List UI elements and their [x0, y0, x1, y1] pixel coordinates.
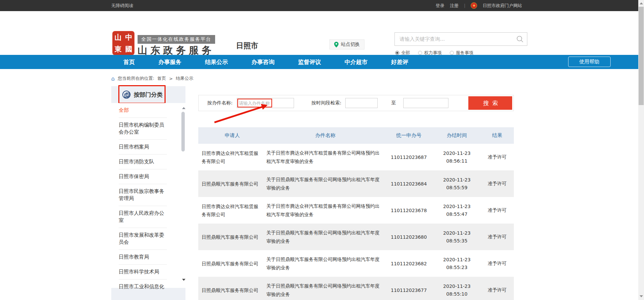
seal-char: 山: [113, 31, 123, 43]
nav-item[interactable]: 办事服务: [158, 55, 181, 69]
nav-item[interactable]: 好差评: [391, 55, 408, 69]
page: 无障碍阅读 登录 注册 | ★ 日照市政府门户网站 山 中 東 國 全国一体化在…: [0, 0, 644, 300]
cell-result: 准予许可: [480, 261, 514, 267]
help-button[interactable]: 使用帮助: [568, 57, 611, 67]
scrollbar-up-icon[interactable]: [640, 2, 643, 4]
cell-applicant: 日照市腾达众祥汽车租赁服务有限公司: [198, 149, 266, 165]
accessibility-link[interactable]: 无障碍阅读: [111, 0, 133, 11]
sidebar-title-label: 按部门分类: [134, 91, 163, 99]
sidebar-item-label: 日照市档案局: [119, 144, 149, 150]
breadcrumb: ⌂ 您当前所在的位置: 首页 > 结果公示: [111, 75, 193, 81]
cell-result: 准予许可: [480, 234, 514, 240]
table-row[interactable]: 日照鼎顺汽车服务有限公司 关于日照鼎顺汽车服务有限公司网络预约出租汽车年度审验的…: [198, 277, 514, 300]
sidebar-item-label: 日照市科学技术局: [119, 269, 159, 275]
sidebar-item-label: 全部: [119, 107, 129, 113]
cell-finish-date-line: 2020-11-23: [433, 256, 480, 264]
cell-finish-time-line: 08:55:35: [433, 237, 480, 245]
table-body: 日照市腾达众祥汽车租赁服务有限公司 关于日照市腾达众祥汽车租赁服务有限公司网络预…: [198, 144, 514, 300]
cell-item-name: 关于日照鼎顺汽车服务有限公司网络预约出租汽车年度审验的业务: [266, 282, 384, 299]
search-icon[interactable]: [516, 35, 524, 43]
home-icon: ⌂: [111, 76, 115, 81]
cell-applicant: 日照鼎顺汽车服务有限公司: [198, 233, 266, 241]
cell-application-id: 110112023677: [384, 288, 433, 293]
cell-finish-time-line: 08:55:47: [433, 210, 480, 218]
sidebar-title[interactable]: 按部门分类: [111, 86, 185, 103]
sidebar-item-department[interactable]: 日照市消防支队: [119, 155, 167, 169]
nav-item[interactable]: 首页: [123, 55, 135, 69]
table-row[interactable]: 日照鼎顺汽车服务有限公司 关于日照鼎顺汽车服务有限公司网络预约出租汽车年度审验的…: [198, 170, 514, 197]
cell-finish-time: 2020-11-23 08:56:11: [433, 149, 480, 165]
sidebar-item-department[interactable]: 日照市保密局: [119, 169, 167, 184]
to-label: 至: [391, 100, 396, 106]
scrollbar-thumb[interactable]: [639, 7, 644, 105]
site-switch-label: 站点切换: [341, 41, 360, 47]
nav-item[interactable]: 办事咨询: [252, 55, 274, 69]
scrollbar-down-icon[interactable]: [640, 295, 643, 297]
breadcrumb-separator: >: [169, 76, 173, 81]
login-link[interactable]: 登录: [436, 3, 444, 9]
sidebar-item-department[interactable]: 日照市机构编制委员会办公室: [119, 118, 167, 140]
cell-application-id: 110112023687: [384, 155, 433, 160]
department-category-icon: [122, 91, 130, 99]
sidebar-item-department[interactable]: 日照市人民政府办公室: [119, 206, 167, 228]
sidebar-item-label: 日照市机构编制委员会办公室: [119, 122, 164, 135]
table-header-row: 申请人 办件名称 统一申办号 办结时间 结果: [198, 127, 514, 144]
table-row[interactable]: 日照鼎顺汽车服务有限公司 关于日照鼎顺汽车服务有限公司网络预约出租汽车年度审验的…: [198, 224, 514, 250]
portal-link[interactable]: 日照市政府门户网站: [482, 3, 522, 9]
site-switch-button[interactable]: 站点切换: [329, 39, 364, 49]
sidebar-item-department[interactable]: 日照市教育局: [119, 250, 167, 265]
cell-applicant: 日照市腾达众祥汽车租赁服务有限公司: [198, 202, 266, 219]
sidebar-item-department[interactable]: 日照市发展和改革委员会: [119, 228, 167, 250]
table-header-cell: 结果: [480, 132, 514, 139]
table-header-cell: 统一申办号: [384, 132, 433, 139]
nav-item[interactable]: 中介超市: [345, 55, 368, 69]
date-to-input[interactable]: [403, 98, 448, 108]
keyword-search-input[interactable]: [395, 36, 516, 42]
table-row[interactable]: 日照市腾达众祥汽车租赁服务有限公司 关于日照市腾达众祥汽车租赁服务有限公司网络预…: [198, 144, 514, 170]
breadcrumb-prefix: 您当前所在的位置:: [118, 75, 154, 81]
nav-item[interactable]: 监督评议: [298, 55, 321, 69]
cell-result: 准予许可: [480, 181, 514, 187]
department-list: 全部 日照市机构编制委员会办公室 日照市档案局 日照市消防支队: [111, 103, 185, 288]
sidebar-scrollbar-thumb[interactable]: [181, 112, 185, 152]
main-nav: 首页 办事服务 结果公示 办事咨询 监督评议 中介超市 好差评 使用帮助: [0, 55, 638, 69]
cell-finish-time: 2020-11-23 08:55:23: [433, 256, 480, 271]
nav-item[interactable]: 结果公示: [205, 55, 228, 69]
cell-result: 准予许可: [480, 154, 514, 160]
sidebar-item-department[interactable]: 日照市档案局: [119, 140, 167, 155]
cell-result: 准予许可: [480, 207, 514, 213]
item-name-input[interactable]: [237, 98, 294, 108]
breadcrumb-home[interactable]: 首页: [157, 75, 166, 81]
search-button[interactable]: 搜索: [468, 96, 512, 110]
header: 山 中 東 國 全国一体化在线政务服务平台 山东政务服务 日照市 站点切换 全部: [0, 11, 638, 55]
cell-finish-date-line: 2020-11-23: [433, 229, 480, 237]
sidebar-scroll-up-icon[interactable]: [182, 107, 185, 109]
radio-icon[interactable]: [395, 51, 399, 55]
table-row[interactable]: 日照鼎顺汽车服务有限公司 关于日照鼎顺汽车服务有限公司网络预约出租汽车年度审验的…: [198, 250, 514, 277]
table-header-cell: 办结时间: [433, 132, 480, 139]
register-link[interactable]: 注册: [450, 3, 459, 9]
department-sidebar: 按部门分类 全部 日照市机构编制委员会办公室 日照市档案局: [111, 86, 185, 300]
sidebar-item-department[interactable]: 日照市科学技术局: [119, 265, 167, 279]
cell-finish-time-line: 08:56:11: [433, 157, 480, 165]
time-filter-label: 按时间段检索:: [312, 100, 342, 106]
sidebar-item-department[interactable]: 日照市工业和信息化: [119, 279, 167, 294]
date-from-input[interactable]: [345, 98, 378, 108]
seal-char: 國: [123, 43, 134, 55]
sidebar-item-label: 日照市消防支队: [119, 159, 154, 165]
sidebar-scroll-down-icon[interactable]: [182, 279, 185, 281]
radio-icon[interactable]: [450, 51, 454, 55]
sidebar-item-department[interactable]: 日照市民族宗教事务管理局: [119, 184, 167, 206]
table-row[interactable]: 日照市腾达众祥汽车租赁服务有限公司 关于日照市腾达众祥汽车租赁服务有限公司网络预…: [198, 197, 514, 224]
topbar-separator: |: [464, 3, 465, 8]
cell-item-name: 关于日照鼎顺汽车服务有限公司网络预约出租汽车年度审验的业务: [266, 175, 384, 192]
sidebar-item-department[interactable]: 全部: [119, 103, 167, 118]
breadcrumb-current[interactable]: 结果公示: [176, 75, 193, 81]
nav-items: 首页 办事服务 结果公示 办事咨询 监督评议 中介超市 好差评: [123, 55, 408, 69]
cell-applicant: 日照鼎顺汽车服务有限公司: [198, 260, 266, 268]
cell-applicant: 日照鼎顺汽车服务有限公司: [198, 286, 266, 294]
page-scrollbar[interactable]: [638, 0, 644, 300]
filter-bar: 按办件名称: 按时间段检索: 至 搜索: [198, 95, 514, 111]
radio-icon[interactable]: [418, 51, 422, 55]
sidebar-item-label: 日照市工业和信息化: [119, 284, 164, 290]
